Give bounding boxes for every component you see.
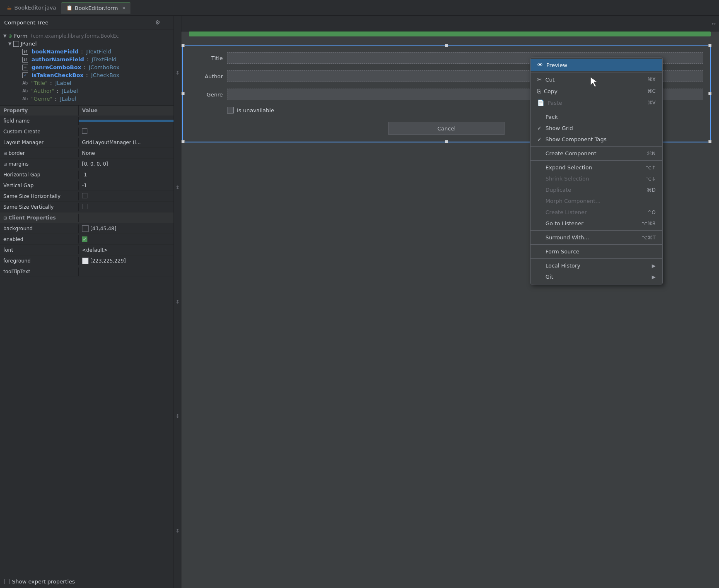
prop-name-vgap: Vertical Gap	[0, 181, 79, 190]
handle-tm	[445, 44, 448, 47]
resize-arrows-left: ↕ ↕ ↕ ↕ ↕	[174, 16, 181, 588]
tree-item-title-label[interactable]: Ab "Title" : JLabel	[0, 79, 174, 87]
prop-row-enabled[interactable]: enabled ✓	[0, 234, 174, 245]
ab-icon-1: Ab	[22, 81, 28, 85]
ctx-formsource-label: Form Source	[545, 248, 579, 255]
same-height-checkbox[interactable]	[82, 204, 87, 209]
ctx-show-grid[interactable]: ✓ Show Grid	[531, 123, 662, 134]
prop-row-vgap[interactable]: Vertical Gap -1	[0, 180, 174, 191]
form-cancel-label: Cancel	[437, 125, 456, 132]
ctx-createlistener-label: Create Listener	[545, 209, 587, 215]
ctx-create-listener: Create Listener ^O	[531, 207, 662, 218]
prop-value-font: <default>	[79, 246, 174, 254]
ctx-sep-3	[531, 146, 662, 147]
ctx-shrink-selection: Shrink Selection ⌥↓	[531, 173, 662, 184]
prop-name-tooltip: toolTipText	[0, 267, 79, 276]
handle-tr	[708, 44, 712, 47]
prop-row-foreground[interactable]: foreground [223,225,229]	[0, 255, 174, 266]
ctx-paste-label: Paste	[548, 100, 562, 106]
tab-form[interactable]: 📋 BookEditor.form ✕	[61, 2, 130, 14]
prop-row-samewidth[interactable]: Same Size Horizontally	[0, 191, 174, 202]
tree-item-authornamefield[interactable]: tf authorNameField : JTextField	[0, 55, 174, 63]
tree-item-form[interactable]: ▼ ⊕ Form (com.example.library.forms.Book…	[0, 32, 174, 40]
ctx-pack[interactable]: Pack	[531, 111, 662, 123]
settings-icon[interactable]: ⚙	[155, 19, 160, 26]
ctx-shrink-shortcut: ⌥↓	[646, 176, 656, 182]
ctx-paste: 📄 Paste ⌘V	[531, 97, 662, 108]
prop-value-customcreate	[79, 127, 174, 136]
left-panel: Component Tree ⚙ — ▼ ⊕ Form (com.example…	[0, 16, 174, 588]
prop-row-tooltip[interactable]: toolTipText	[0, 266, 174, 277]
ctx-form-source[interactable]: Form Source	[531, 246, 662, 257]
ctx-go-to-listener[interactable]: Go to Listener ⌥⌘B	[531, 218, 662, 229]
component-tree: ▼ ⊕ Form (com.example.library.forms.Book…	[0, 29, 174, 105]
prop-row-font[interactable]: font <default>	[0, 245, 174, 255]
tree-item-booknamefield[interactable]: tf bookNameField : JTextField	[0, 48, 174, 55]
form-cancel-button[interactable]: Cancel	[388, 122, 504, 135]
ctx-dup-shortcut: ⌘D	[647, 187, 656, 193]
cut-icon: ✂	[537, 76, 542, 83]
minimize-icon[interactable]: —	[164, 19, 169, 26]
prop-value-fieldname[interactable]	[79, 120, 174, 122]
ctx-morph-component: Morph Component...	[531, 195, 662, 207]
tree-item-jpanel[interactable]: ▼ JPanel	[0, 40, 174, 48]
ctx-preview[interactable]: 👁 Preview	[531, 59, 662, 71]
prop-row-layout[interactable]: Layout Manager GridLayoutManager (l...	[0, 137, 174, 148]
prop-row-customcreate[interactable]: Custom Create	[0, 126, 174, 137]
prop-name-background: background	[0, 224, 79, 233]
ctx-show-tags[interactable]: ✓ Show Component Tags	[531, 134, 662, 145]
ctx-sep-6	[531, 244, 662, 245]
ctx-paste-shortcut: ⌘V	[647, 100, 656, 106]
ctx-cut-shortcut: ⌘X	[647, 77, 656, 82]
show-expert-checkbox[interactable]	[4, 579, 10, 584]
enabled-checkbox[interactable]: ✓	[82, 236, 87, 242]
ctx-surround-shortcut: ⌥⌘T	[642, 235, 656, 241]
ctx-sep-1	[531, 72, 662, 72]
background-color-swatch	[82, 225, 89, 232]
custom-create-checkbox[interactable]	[82, 128, 87, 134]
tab-java[interactable]: ☕ BookEditor.java	[2, 2, 61, 14]
tree-item-istakencheckbox[interactable]: ✓ isTakenCheckBox : JCheckBox	[0, 71, 174, 79]
expand-icon-border: ⊞	[3, 151, 7, 156]
ctx-cut[interactable]: ✂ Cut ⌘X	[531, 74, 662, 85]
form-label-author: Author	[190, 73, 223, 80]
prop-row-hgap[interactable]: Horizontal Gap -1	[0, 169, 174, 180]
ctx-create-component[interactable]: Create Component ⌘N	[531, 148, 662, 159]
expand-icon-client: ⊞	[3, 216, 7, 220]
form-unavailable-checkbox[interactable]	[227, 107, 234, 113]
tab-close-button[interactable]: ✕	[122, 6, 125, 10]
handle-br	[708, 140, 712, 143]
ctx-localhistory-label: Local History	[545, 263, 580, 269]
resize-arrow-3: ↕	[175, 299, 179, 305]
prop-row-fieldname[interactable]: field name	[0, 116, 174, 126]
ctx-local-history[interactable]: Local History ▶	[531, 260, 662, 271]
handle-mr	[708, 92, 712, 95]
ab-icon-3: Ab	[22, 96, 28, 101]
toolbar-arrows2: ↔	[712, 21, 716, 27]
textfield-icon-2: tf	[22, 57, 28, 63]
tab-bar: ☕ BookEditor.java 📋 BookEditor.form ✕	[0, 0, 719, 16]
handle-ml	[181, 92, 185, 95]
prop-name-fieldname: field name	[0, 117, 79, 125]
ctx-copy[interactable]: ⎘ Copy ⌘C	[531, 85, 662, 97]
ctx-surround-with[interactable]: Surround With... ⌥⌘T	[531, 232, 662, 243]
ctx-git[interactable]: Git ▶	[531, 271, 662, 282]
property-col-header-name: Property	[0, 106, 79, 116]
ctx-expand-selection[interactable]: Expand Selection ⌥↑	[531, 162, 662, 173]
ctx-git-label: Git	[545, 274, 553, 280]
tree-item-genre-label[interactable]: Ab "Genre" : JLabel	[0, 95, 174, 103]
ctx-dup-label: Duplicate	[545, 187, 571, 193]
prop-value-foreground: [223,225,229]	[79, 256, 174, 265]
property-panel: Property Value field name Custom Create …	[0, 105, 174, 575]
prop-row-margins[interactable]: ⊞margins [0, 0, 0, 0]	[0, 159, 174, 169]
ctx-createlistener-shortcut: ^O	[648, 210, 656, 215]
tree-item-author-label[interactable]: Ab "Author" : JLabel	[0, 87, 174, 95]
prop-row-sameheight[interactable]: Same Size Vertically	[0, 202, 174, 212]
tree-item-genrecombobox[interactable]: ≡ genreComboBox : JComboBox	[0, 63, 174, 71]
handle-tl	[181, 44, 185, 47]
java-icon: ☕	[7, 5, 12, 11]
same-width-checkbox[interactable]	[82, 193, 87, 198]
prop-row-border[interactable]: ⊞border None	[0, 148, 174, 159]
ctx-shrink-label: Shrink Selection	[545, 176, 589, 182]
prop-row-background[interactable]: background [43,45,48]	[0, 223, 174, 234]
